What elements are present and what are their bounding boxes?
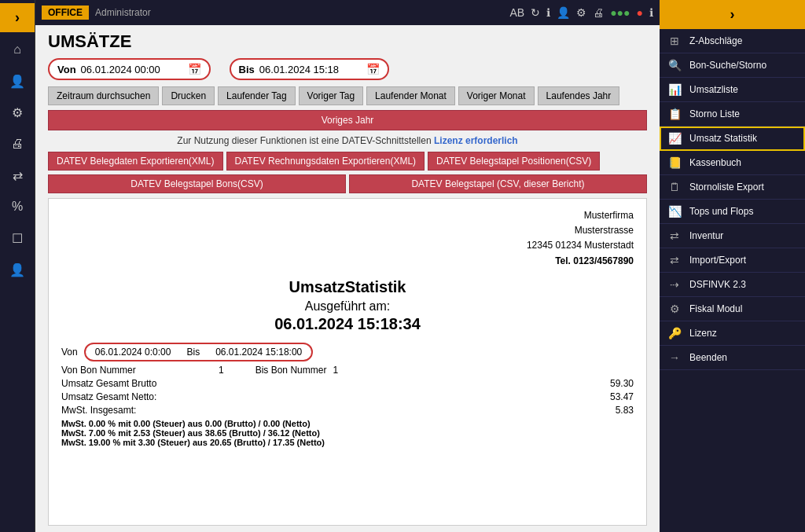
gear-icon[interactable]: ⚙ [576, 6, 586, 19]
menu-item-inventur[interactable]: ⇄ Inventur [660, 224, 805, 248]
menu-item-fiskal-modul[interactable]: ⚙ Fiskal Modul [660, 297, 805, 321]
bon-suche-label: Bon-Suche/Storno [689, 60, 766, 71]
menu-item-umsatzliste[interactable]: 📊 Umsatzliste [660, 78, 805, 102]
bon-von-label: Von Bon Nummer [61, 365, 219, 376]
sidebar-print-icon[interactable]: 🖨 [3, 130, 31, 158]
mwst-lines: MwSt. 0.00 % mit 0.00 (Steuer) aus 0.00 … [61, 419, 634, 447]
btn-voriges-jahr[interactable]: Voriges Jahr [48, 110, 647, 130]
sidebar-percent-icon[interactable]: % [3, 193, 31, 221]
inventur-icon: ⇄ [666, 229, 683, 242]
lizenz-label: Lizenz [689, 328, 717, 339]
date-from-input[interactable] [81, 64, 183, 75]
menu-item-kassenbuch[interactable]: 📒 Kassenbuch [660, 151, 805, 175]
sidebar-user-icon[interactable]: 👤 [3, 67, 31, 95]
vonbis-container: Von 06.01.2024 0:0:00 Bis 06.01.2024 15:… [61, 343, 634, 361]
bis-label-report: Bis [186, 347, 200, 358]
sidebar-person-icon[interactable]: 👤 [3, 255, 31, 284]
date-row: Von 📅 Bis 📅 [35, 55, 660, 83]
menu-item-stornoliste-export[interactable]: 🗒 Stornoliste Export [660, 175, 805, 200]
btn-laufender-monat[interactable]: Laufender Monat [366, 86, 455, 105]
beenden-label: Beenden [689, 352, 727, 363]
menu-item-dsfinvk[interactable]: ⇢ DSFINVK 2.3 [660, 273, 805, 297]
datev-row1: DATEV Belegdaten Exportieren(XML) DATEV … [35, 149, 660, 173]
company-phone: Tel. 0123/4567890 [61, 254, 634, 269]
menu-item-bon-suche[interactable]: 🔍 Bon-Suche/Storno [660, 53, 805, 78]
ab-icon[interactable]: AB [509, 6, 524, 19]
btn-voriger-tag[interactable]: Voriger Tag [299, 86, 364, 105]
page-title: UMSÄTZE [35, 25, 660, 55]
dots-icon[interactable]: ●●● [610, 6, 630, 19]
executed-date: 06.01.2024 15:18:34 [61, 315, 634, 333]
sidebar-settings-icon[interactable]: ⚙ [3, 98, 31, 127]
fiskal-modul-label: Fiskal Modul [689, 303, 742, 314]
netto-label: Umsatz Gesamt Netto: [61, 391, 219, 402]
brutto-row: Umsatz Gesamt Brutto 59.30 [61, 378, 634, 389]
umsatz-statistik-icon: 📈 [666, 132, 683, 145]
menu-item-storno-liste[interactable]: 📋 Storno Liste [660, 102, 805, 127]
umsatzliste-label: Umsatzliste [689, 84, 738, 95]
company-street: Musterstrasse [61, 223, 634, 238]
btn-laufendes-jahr[interactable]: Laufendes Jahr [538, 86, 620, 105]
z-abschlage-icon: ⊞ [666, 35, 683, 47]
left-top-arrow[interactable]: › [0, 3, 35, 32]
right-sidebar: › ⊞ Z-Abschläge 🔍 Bon-Suche/Storno 📊 Ums… [660, 0, 805, 532]
btn-datev-rechnungsdaten[interactable]: DATEV Rechnungsdaten Exportieren(XML) [226, 152, 425, 171]
menu-item-umsatz-statistik[interactable]: 📈 Umsatz Statistik [660, 127, 805, 151]
menu-item-import-export[interactable]: ⇄ Import/Export [660, 248, 805, 273]
license-link[interactable]: Lizenz erforderlich [434, 135, 518, 146]
report-title: UmsatzStatistik [61, 278, 634, 296]
bon-suche-icon: 🔍 [666, 59, 683, 72]
info2-icon[interactable]: ℹ [649, 6, 653, 19]
import-export-icon: ⇄ [666, 254, 683, 266]
right-top-arrow[interactable]: › [660, 0, 805, 29]
info-icon[interactable]: ℹ [546, 6, 550, 19]
z-abschlage-label: Z-Abschläge [689, 35, 742, 46]
btn-datev-belegdaten[interactable]: DATEV Belegdaten Exportieren(XML) [48, 152, 223, 171]
sidebar-transfer-icon[interactable]: ⇄ [3, 161, 31, 189]
bon-row: Von Bon Nummer 1 Bis Bon Nummer 1 [61, 365, 634, 376]
inventur-label: Inventur [689, 230, 723, 241]
menu-item-tops-flops[interactable]: 📉 Tops und Flops [660, 200, 805, 224]
company-city: 12345 01234 Musterstadt [61, 238, 634, 253]
report-area: Musterfirma Musterstrasse 12345 01234 Mu… [48, 198, 647, 526]
top-bar: OFFICE Administrator AB ↻ ℹ 👤 ⚙ 🖨 ●●● ● … [35, 0, 660, 25]
license-row: Zur Nutzung dieser Funktionen ist eine D… [35, 132, 660, 149]
datev-row2: DATEV Belegstapel Bons(CSV) DATEV Belegs… [35, 173, 660, 195]
btn-laufender-tag[interactable]: Laufender Tag [218, 86, 296, 105]
btn-voriger-monat[interactable]: Voriger Monat [458, 86, 535, 105]
date-to-field: Bis 📅 [230, 58, 389, 80]
beenden-icon: → [666, 351, 683, 364]
admin-label: Administrator [95, 7, 151, 18]
brutto-value: 59.30 [476, 378, 634, 389]
von-value-report: 06.01.2024 0:0:00 [95, 347, 171, 358]
stornoliste-export-label: Stornoliste Export [689, 182, 764, 193]
bon-bis-value: 1 [333, 365, 338, 376]
btn-drucken[interactable]: Drucken [162, 86, 215, 105]
tops-flops-icon: 📉 [666, 205, 683, 218]
printer-icon[interactable]: 🖨 [593, 6, 604, 19]
btn-datev-bericht[interactable]: DATEV Belegstapel (CSV, dieser Bericht) [349, 174, 647, 193]
menu-item-z-abschlage[interactable]: ⊞ Z-Abschläge [660, 29, 805, 53]
bon-bis-label: Bis Bon Nummer [255, 365, 327, 376]
umsatz-statistik-label: Umsatz Statistik [689, 133, 757, 144]
red-dot-icon[interactable]: ● [637, 6, 643, 19]
date-from-label: Von [57, 64, 76, 75]
sidebar-home-icon[interactable]: ⌂ [3, 35, 31, 64]
calendar-to-icon[interactable]: 📅 [366, 63, 380, 75]
btn-zeitraum[interactable]: Zeitraum durchsuchen [48, 86, 159, 105]
kassenbuch-icon: 📒 [666, 156, 683, 169]
netto-value: 53.47 [476, 391, 634, 402]
sidebar-box-icon[interactable]: ☐ [3, 224, 31, 252]
calendar-from-icon[interactable]: 📅 [188, 63, 201, 75]
date-to-input[interactable] [259, 64, 362, 75]
user-icon[interactable]: 👤 [557, 6, 570, 19]
tops-flops-label: Tops und Flops [689, 206, 753, 217]
menu-item-lizenz[interactable]: 🔑 Lizenz [660, 321, 805, 346]
btn-datev-bons[interactable]: DATEV Belegstapel Bons(CSV) [48, 174, 346, 193]
btn-datev-belegstapel-pos[interactable]: DATEV Belegstapel Positionen(CSV) [428, 152, 600, 171]
refresh-icon[interactable]: ↻ [531, 6, 540, 19]
report-company-header: Musterfirma Musterstrasse 12345 01234 Mu… [61, 208, 634, 269]
storno-liste-label: Storno Liste [689, 108, 740, 119]
bis-value-report: 06.01.2024 15:18:00 [215, 347, 302, 358]
menu-item-beenden[interactable]: → Beenden [660, 346, 805, 370]
